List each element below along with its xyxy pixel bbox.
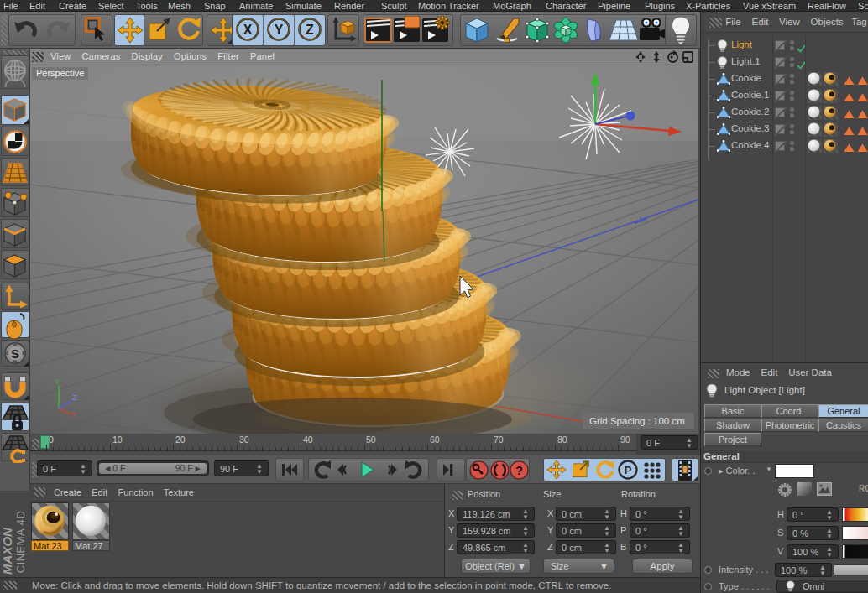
svg-text:Z: Z: [72, 393, 77, 402]
svg-text:Y: Y: [55, 377, 60, 386]
svg-text:S: S: [11, 346, 19, 361]
svg-text:X: X: [243, 23, 253, 37]
svg-text:Grid Spacing : 100 cm: Grid Spacing : 100 cm: [589, 416, 685, 426]
svg-text:Z: Z: [306, 23, 314, 37]
svg-text:X: X: [71, 409, 76, 419]
svg-text:Y: Y: [275, 23, 284, 37]
svg-text:?: ?: [515, 464, 523, 477]
svg-text:P: P: [625, 464, 632, 476]
